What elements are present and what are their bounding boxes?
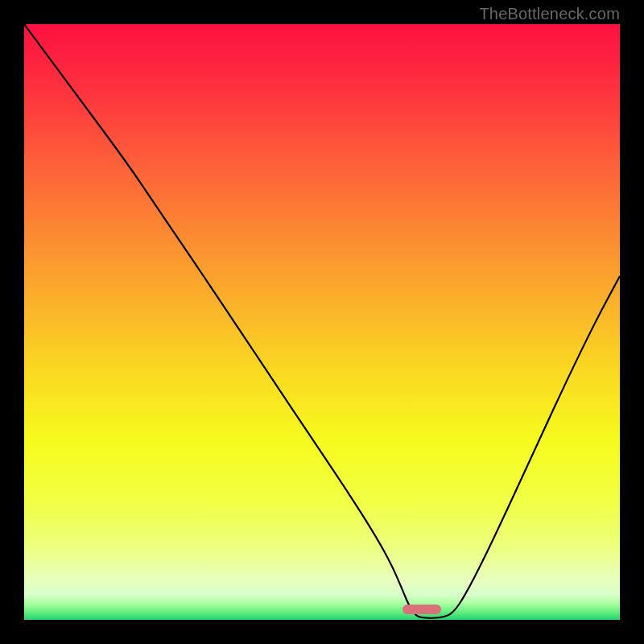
chart-frame: TheBottleneck.com [0,0,644,644]
minimum-marker [402,605,441,614]
plot-area [24,24,620,620]
watermark-text: TheBottleneck.com [479,5,620,23]
curve-svg [24,24,620,620]
bottleneck-curve [24,24,620,618]
